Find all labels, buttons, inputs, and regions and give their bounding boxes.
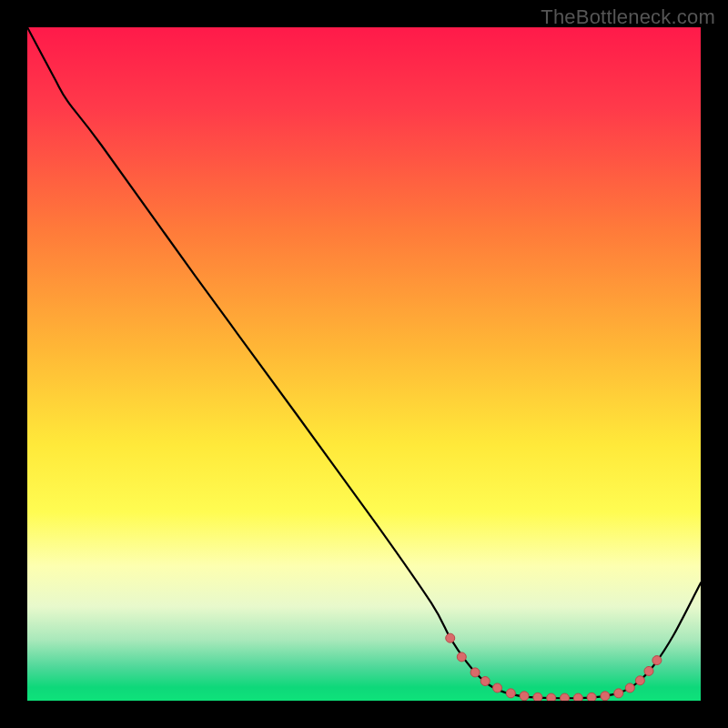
- curve-marker: [652, 656, 662, 665]
- curve-marker: [547, 693, 556, 701]
- curve-marker: [457, 652, 466, 662]
- curve-marker: [493, 683, 502, 693]
- curve-marker: [614, 689, 623, 698]
- curve-marker: [561, 693, 570, 701]
- watermark-text: TheBottleneck.com: [541, 5, 715, 29]
- curve-marker: [480, 677, 490, 686]
- curve-marker: [446, 633, 455, 642]
- curve-marker: [506, 689, 515, 698]
- background-gradient: [27, 27, 701, 701]
- curve-marker: [533, 693, 542, 701]
- chart-svg: [27, 27, 701, 701]
- plot-area: [27, 27, 701, 701]
- curve-marker: [470, 668, 480, 677]
- curve-marker: [520, 692, 529, 701]
- curve-marker: [644, 666, 653, 675]
- curve-marker: [587, 693, 596, 701]
- curve-marker: [635, 676, 644, 685]
- curve-marker: [573, 693, 582, 701]
- curve-marker: [601, 692, 610, 701]
- curve-marker: [625, 683, 634, 693]
